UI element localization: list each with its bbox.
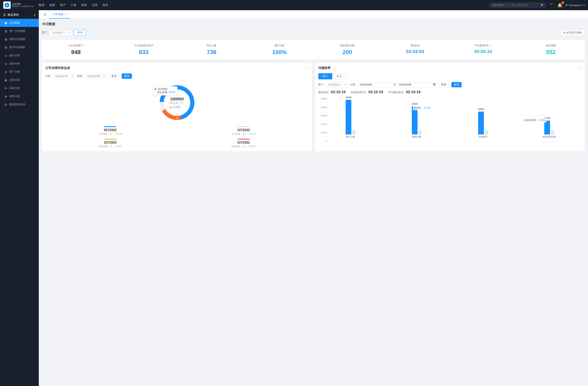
nav-finance[interactable]: 财务 [81,2,87,8]
today-query-button[interactable]: 查询 [74,30,86,36]
efficiency-date-label: 日期 [350,83,355,86]
cost-icon: ◎ [4,62,7,65]
period-select[interactable]: 请选择周期 [85,74,106,79]
target-filter-label: 目标 [45,74,51,78]
sidebar-label-channel: 渠道分析 [9,86,20,90]
search-box[interactable]: 手机号码 ▾ | 🔍 [489,2,546,8]
sidebar-item-promo-manager[interactable]: ▤ 推广主管看板 [0,27,39,35]
settings-icon: ⚙ [563,31,565,34]
sidebar-item-channel[interactable]: ⊕ 渠道分析 [0,84,39,92]
company-target-panel: 公司业绩目标达成 ⛶ 目标 请选择目标 周期 [42,63,312,151]
sidebar-item-visitor[interactable]: ◉ 访客分析 [0,76,39,84]
search-type-select[interactable]: 手机号码 [491,3,505,7]
bar-effective-main-label: 29000 [478,108,484,110]
bar-connect-secondary [418,130,421,135]
sidebar-label-sales: 销售分析 [9,95,20,98]
metrics-row: 今日首咨客户 948 今日有效首咨客户 833 回访人数 736 拨打次数 10… [42,40,585,59]
tabs-toggle-icon[interactable]: ☰ [42,13,48,16]
sidebar-collapse-icon[interactable]: ∧ [34,13,36,17]
target-select[interactable]: 请选择目标 [53,74,75,79]
bar-group-effective: 29000 有效通话 [451,98,515,138]
logo-area: 云 云朵CRM 教育机构一站式服务云平台 [3,1,34,9]
sales-manager-icon: ▤ [4,38,7,41]
metric-dial-count-value: 100% [248,49,311,56]
efficiency-bar-chart: 50000 40000 30000 20000 10000 0 [318,97,582,147]
user-dropdown-icon[interactable]: ▾ [583,4,585,7]
customer-manager-icon: ▤ [4,46,7,49]
bar-effective-secondary [485,130,488,135]
user-area[interactable]: manager11 ▾ [566,4,585,7]
notification-badge: 5 [562,1,564,4]
bar-effective-main-rect [478,112,484,135]
bar-dial-main-rect [346,100,351,135]
logo-text: 云朵CRM 教育机构一站式服务云平台 [12,3,34,8]
sidebar-item-funnel[interactable]: ⊿ 漏斗分析 [0,51,39,59]
calendar-icon[interactable]: 📅 [433,83,436,86]
nav-leads[interactable]: 线索 [49,2,55,8]
sidebar-item-sales[interactable]: ◈ 销售分析 [0,92,39,100]
stat-effective-duration: 有效通话时长 02:10:19 [351,90,383,94]
bar-group-effective-bars: 29000 [478,98,488,135]
bar-group-effective-label: 有效通话 [479,135,487,138]
sidebar-item-data-flow[interactable]: ⊞ 数据流转记录 [0,100,39,109]
dept-tab-button[interactable]: 部门 [318,73,332,79]
efficiency-title: 沟通效率 [318,66,331,70]
donut-chart: 1072932 所占比例: 70.9% [157,82,197,123]
search-icon[interactable]: 🔍 [541,4,544,7]
metric-call-duration: 通话时长 03:33:03 [381,44,449,56]
nav-signup[interactable]: 报名 [103,2,108,8]
metric-dial-count: 拨打次数 100% [246,44,314,56]
sidebar-label-funnel: 漏斗分析 [9,54,20,57]
tablet-icon[interactable]: 📱 [549,3,554,8]
nav-operations[interactable]: 运营 [92,2,98,8]
target-select-wrap: 请选择目标 [53,74,75,79]
metric-effective-consult-label: 今日有效首咨客户 [112,44,175,47]
logo-icon: 云 [3,1,11,9]
bar-group-connect-bars: 35000 [412,98,421,135]
target-reset-button[interactable]: 重置 [109,73,119,79]
sidebar-group-icon: ☰ [3,13,6,17]
search-input[interactable] [511,4,539,6]
sales-icon: ◈ [4,95,7,98]
info-icon: ⓘ [489,44,492,47]
company-target-expand-icon[interactable]: ⛶ [306,66,309,70]
stat-call-duration-label: 通话时长 [318,91,329,94]
metric-call-duration-label: 通话时长 [384,44,446,47]
sidebar-item-promo[interactable]: ◈ 推广分析 [0,68,39,76]
tab-label-company-board: 公司看板 [53,12,63,16]
target-query-button[interactable]: 查询 [122,74,132,79]
sidebar-item-sales-manager[interactable]: ▤ 销售主管看板 [0,35,39,43]
bar-connect-main-label: 35000 [412,103,418,105]
bar-group-effective-connect: 18000 有效接通次数 有效接通率：70.9% [517,98,582,138]
tooltip-pct-label: 所占比例: [157,91,168,94]
top-navigation: 云 云朵CRM 教育机构一站式服务云平台 数据 线索 客户 公海 财务 运营 报… [0,0,588,10]
tab-company-board[interactable]: 公司看板 ✕ [50,10,70,19]
efficiency-expand-icon[interactable]: ⛶ [579,66,582,70]
grid-item-over-complete: 1072932 超额完成（元）｜89.9% [179,139,309,148]
efficiency-stats-row: 通话时长 02:10:19 有效通话时长 02:10:19 平均通话时长 02:… [318,90,582,94]
metric-deal-count-value: 552 [520,49,582,56]
company-target-title: 公司业绩目标达成 [45,66,70,70]
stat-avg-duration: 平均通话时长 02:10:19 [388,90,420,94]
grid-desc-uncompleted: 未完成量（元）｜20.9% [179,132,309,135]
nav-public-sea[interactable]: 公海 [71,2,76,8]
settings-display-link[interactable]: ⚙ 设置显示指标 [560,30,585,36]
personal-tab-button[interactable]: 个人 [332,73,346,79]
efficiency-dept-select[interactable]: 请选择部门 [326,82,348,88]
date-from-input[interactable] [358,82,392,87]
sidebar-item-company-board[interactable]: ▣ 公司看板 [0,19,39,27]
target-filters: 目标 请选择目标 周期 请选择周期 重置 [45,73,309,79]
efficiency-reset-button[interactable]: 重置 [438,82,449,88]
sidebar-item-customer-manager[interactable]: ▤ 客户经理看板 [0,43,39,51]
efficiency-query-button[interactable]: 查询 [451,82,462,87]
tooltip-dot [155,88,156,90]
metric-deal-count-label: 成交单数 [520,44,582,47]
notification-icon[interactable]: 🔔 5 [557,3,563,8]
dept-select[interactable]: 请选择部门 [50,30,71,36]
nav-customers[interactable]: 客户 [60,2,66,8]
sidebar-item-cost[interactable]: ◎ 成本分析 [0,59,39,68]
tab-close-icon[interactable]: ✕ [65,13,66,16]
date-to-input[interactable] [397,82,431,87]
nav-data[interactable]: 数据 [39,2,44,8]
dept-filter-label: 部门 [42,31,47,35]
